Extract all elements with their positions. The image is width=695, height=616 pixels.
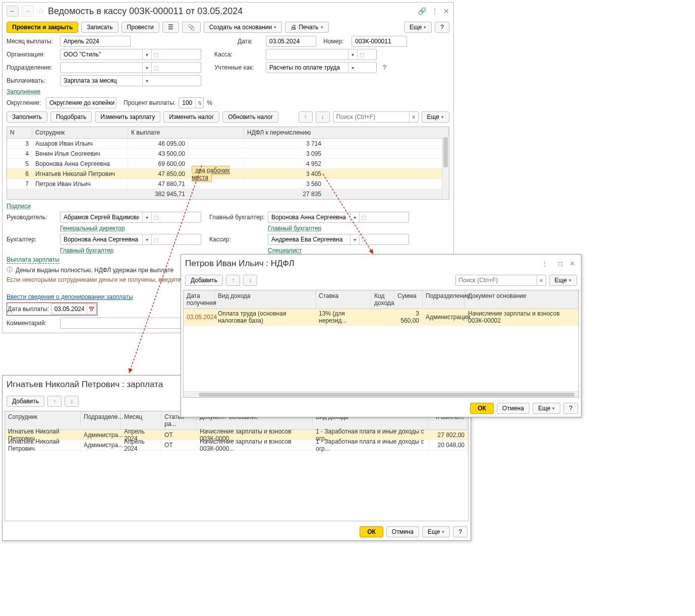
table-row[interactable]: 6 Игнатьев Николай Петрович 47 850,00 дв… — [7, 169, 449, 179]
col-n-code[interactable]: Код дохода — [371, 290, 394, 309]
update-tax-button[interactable]: Обновить налог — [222, 111, 278, 122]
help-button[interactable]: ? — [435, 22, 449, 33]
forward-button[interactable]: → — [22, 6, 34, 17]
filling-link[interactable]: Заполнение — [7, 88, 40, 95]
window-title: Ведомость в кассу 00ЗК-000011 от 03.05.2… — [48, 6, 415, 17]
attach-icon[interactable]: 📎 — [182, 22, 201, 33]
star-icon[interactable]: ☆ — [37, 6, 45, 17]
acc-field[interactable]: ▾⬚ — [60, 234, 201, 245]
round-field[interactable]: ▾ — [46, 97, 117, 108]
cashier-field[interactable]: ▾⬚ — [268, 234, 409, 245]
col-n-doc[interactable]: Документ основание — [465, 290, 578, 309]
acc-role[interactable]: Главный бухгалтер — [60, 247, 201, 254]
pay-date-field[interactable]: 📅 — [51, 303, 96, 315]
fill-button[interactable]: Заполнить — [7, 111, 47, 122]
menu-icon[interactable]: ⋮ — [431, 7, 438, 15]
number-field[interactable] — [352, 36, 407, 47]
col-n-dept[interactable]: Подразделение — [423, 290, 465, 309]
round-label: Округление: — [7, 99, 43, 106]
org-label: Организация: — [7, 51, 57, 58]
table-toolbar: Заполнить Подобрать Изменить зарплату Из… — [3, 109, 453, 125]
create-basis-button[interactable]: Создать на основании — [204, 22, 282, 33]
comment-label: Комментарий: — [7, 320, 57, 327]
ndfl-max-icon[interactable]: ◻ — [558, 260, 563, 267]
post-close-button[interactable]: Провести и закрыть — [7, 22, 78, 33]
move-down-icon[interactable]: ↓ — [316, 111, 330, 122]
acc-label: Бухгалтер: — [7, 236, 57, 243]
signs-link[interactable]: Подписи — [7, 203, 31, 210]
col-n-sum[interactable]: Сумма — [394, 290, 423, 309]
col-pay[interactable]: К выплате — [128, 127, 244, 138]
ndfl-menu-icon[interactable]: ⋮ — [542, 260, 548, 267]
percent-sign: % — [207, 99, 212, 106]
accounted-label: Учтенные как: — [214, 64, 263, 71]
move-up-icon[interactable]: ↑ — [299, 111, 313, 122]
chief-field[interactable]: ▾⬚ — [268, 212, 409, 223]
back-button[interactable]: ← — [7, 6, 19, 17]
pick-button[interactable]: Подобрать — [50, 111, 92, 122]
cash-label: Касса: — [214, 51, 240, 58]
month-label: Месяц выплаты: — [7, 38, 57, 45]
pay-date-highlight: Дата выплаты: 📅 — [7, 302, 97, 316]
save-button[interactable]: Записать — [81, 22, 118, 33]
head-field[interactable]: ▾⬚ — [60, 212, 201, 223]
print-button[interactable]: 🖨 Печать — [285, 22, 328, 33]
pay-label: Выплачивать: — [7, 77, 57, 84]
totals-row: 382 945,71 27 835 — [7, 189, 449, 199]
ndfl-close-icon[interactable]: ✕ — [570, 260, 575, 267]
pay-field[interactable]: ▾ — [60, 75, 201, 86]
col-n[interactable]: N — [7, 127, 32, 138]
ndfl-row[interactable]: 03.05.2024 Оплата труда (основная налого… — [184, 309, 578, 326]
cashier-label: Кассир: — [209, 236, 265, 243]
table-row[interactable]: 4 Венин Илья Сеогеевич 43 500,00 3 095 — [7, 149, 449, 159]
month-field[interactable]: ⋮◂▸ — [60, 36, 131, 47]
percent-field[interactable]: ⇅ — [179, 97, 204, 108]
ndfl-add-button[interactable]: Добавить — [185, 275, 223, 286]
titlebar: ← → ☆ Ведомость в кассу 00ЗК-000011 от 0… — [3, 3, 453, 20]
cashier-role[interactable]: Специалист — [268, 247, 302, 254]
post-button[interactable]: Провести — [122, 22, 159, 33]
table-more-button[interactable]: Еще — [422, 111, 449, 122]
percent-label: Процент выплаты: — [124, 99, 176, 106]
date-label: Дата: — [238, 38, 263, 45]
dept-label: Подразделение: — [7, 64, 57, 71]
head-label: Руководитель: — [7, 214, 57, 221]
col-n-date[interactable]: Дата получения — [184, 290, 215, 309]
col-n-income[interactable]: Вид дохода — [215, 290, 316, 309]
ndfl-up-icon[interactable]: ↑ — [226, 275, 240, 286]
col-n-rate[interactable]: Ставка — [316, 290, 371, 309]
pay-salary-link[interactable]: Выплата зарплаты — [7, 256, 60, 264]
ndfl-popup-title: Петров Иван Ильич : НДФЛ — [185, 259, 537, 269]
number-label: Номер: — [323, 38, 349, 45]
table-scrollbar[interactable] — [442, 137, 449, 199]
close-icon[interactable]: ✕ — [443, 7, 449, 15]
chief-label: Главный бухгалтер: — [209, 214, 265, 221]
table-row[interactable]: 3 Ашаров Иван Ильич 46 095,00 3 714 — [7, 139, 449, 149]
edit-tax-button[interactable]: Изменить налог — [163, 111, 219, 122]
edit-salary-button[interactable]: Изменить зарплату — [95, 111, 160, 122]
accounted-field[interactable]: ▾ — [266, 62, 377, 73]
head-role[interactable]: Генеральный директор — [60, 225, 201, 232]
main-toolbar: Провести и закрыть Записать Провести ☰ 📎… — [3, 20, 453, 35]
ndfl-down-icon[interactable]: ↓ — [243, 275, 257, 286]
search-field[interactable]: ✕ — [333, 111, 419, 122]
comment-field[interactable] — [60, 318, 181, 329]
org-field[interactable]: ▾⬚ — [60, 49, 201, 60]
chief-role[interactable]: Главный бухгалтер — [268, 225, 321, 232]
dept-field[interactable]: ▾⬚ — [60, 62, 201, 73]
more-button[interactable]: Еще — [404, 22, 432, 33]
col-emp[interactable]: Сотрудник — [32, 127, 128, 138]
list-icon[interactable]: ☰ — [162, 22, 179, 33]
ndfl-popup: Петров Иван Ильич : НДФЛ ⋮ ◻ ✕ Добавить … — [181, 254, 582, 335]
col-ndfl[interactable]: НДФЛ к перечислению — [244, 127, 449, 138]
tag-link[interactable]: два рабочих места — [192, 166, 230, 182]
help-question-icon[interactable]: ? — [383, 64, 386, 71]
total-ndfl: 27 835 — [244, 190, 325, 199]
date-field[interactable]: 📅 — [266, 36, 316, 47]
ndfl-more-button[interactable]: Еще — [549, 275, 577, 286]
depo-link[interactable]: Ввести сведения о депонировании зарплаты — [7, 293, 133, 300]
ndfl-search-field[interactable]: ✕ — [455, 275, 546, 286]
link-icon[interactable]: 🔗 — [418, 7, 426, 15]
cash-field[interactable]: ▾⬚ — [266, 49, 377, 60]
employee-table: N Сотрудник К выплате НДФЛ к перечислени… — [7, 127, 449, 200]
